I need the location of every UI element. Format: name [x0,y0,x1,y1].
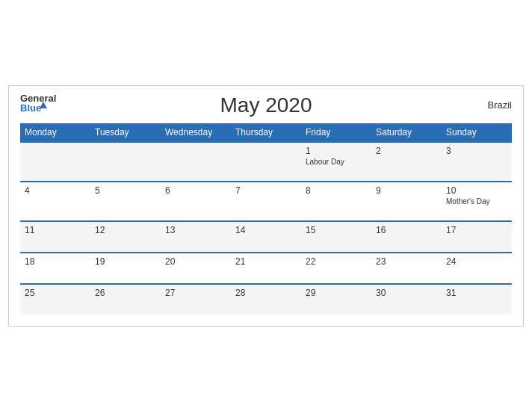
calendar-cell: 28 [231,284,301,315]
day-number: 13 [165,225,226,235]
weekday-header-saturday: Saturday [371,123,442,142]
weekday-header-thursday: Thursday [231,123,301,142]
day-number: 15 [306,225,367,235]
day-number: 17 [446,225,507,235]
day-number: 2 [376,146,437,156]
day-number: 11 [25,225,86,235]
day-number: 3 [446,146,507,156]
day-number: 8 [306,185,367,196]
week-row-4: 18192021222324 [20,253,512,284]
calendar-cell [161,142,231,182]
calendar-cell: 26 [90,284,161,315]
calendar-cell: 9 [371,182,442,221]
country-label: Brazil [487,99,512,111]
logo: General Blue [20,93,56,113]
day-number: 23 [376,256,437,267]
day-number: 27 [165,288,226,298]
calendar-cell: 4 [20,182,90,221]
calendar-cell [231,142,301,182]
calendar-container: General Blue May 2020 Brazil MondayTuesd… [8,85,524,327]
day-number: 16 [376,225,437,235]
calendar-cell: 20 [161,253,231,284]
calendar-cell: 17 [442,221,512,253]
day-number: 30 [376,288,437,298]
calendar-cell: 21 [231,253,301,284]
day-number: 18 [25,256,86,267]
weekday-header-monday: Monday [20,123,90,142]
day-number: 6 [165,185,226,196]
weekday-header-tuesday: Tuesday [90,123,161,142]
logo-blue-text: Blue [20,103,41,113]
calendar-cell: 5 [90,182,161,221]
day-number: 22 [306,256,367,267]
day-number: 25 [25,288,86,298]
calendar-cell: 16 [371,221,442,253]
calendar-header: General Blue May 2020 Brazil [20,93,512,117]
calendar-cell: 11 [20,221,90,253]
week-row-1: 1Labour Day23 [20,142,512,182]
logo-triangle-icon [40,102,47,108]
day-number: 9 [376,185,437,196]
calendar-cell [90,142,161,182]
calendar-cell: 22 [301,253,371,284]
calendar-grid: MondayTuesdayWednesdayThursdayFridaySatu… [20,123,512,315]
logo-general-text: General [20,93,56,103]
calendar-title: May 2020 [220,93,312,117]
day-number: 21 [235,256,297,267]
weekday-header-row: MondayTuesdayWednesdayThursdayFridaySatu… [20,123,512,142]
calendar-cell: 23 [371,253,442,284]
day-number: 31 [446,288,507,298]
day-event: Mother's Day [446,197,507,206]
calendar-thead: MondayTuesdayWednesdayThursdayFridaySatu… [20,123,512,142]
calendar-cell: 7 [231,182,301,221]
weekday-header-sunday: Sunday [442,123,512,142]
day-number: 24 [446,256,507,267]
day-number: 20 [165,256,226,267]
day-number: 4 [25,185,86,196]
day-number: 5 [95,185,156,196]
calendar-cell [20,142,90,182]
day-event: Labour Day [306,158,367,166]
calendar-cell: 31 [442,284,512,315]
calendar-cell: 12 [90,221,161,253]
calendar-cell: 3 [442,142,512,182]
calendar-cell: 25 [20,284,90,315]
weekday-header-friday: Friday [301,123,371,142]
calendar-cell: 1Labour Day [301,142,371,182]
day-number: 19 [95,256,156,267]
weekday-header-wednesday: Wednesday [161,123,231,142]
day-number: 26 [95,288,156,298]
calendar-cell: 13 [161,221,231,253]
day-number: 28 [235,288,297,298]
calendar-cell: 15 [301,221,371,253]
calendar-cell: 14 [231,221,301,253]
day-number: 29 [306,288,367,298]
week-row-2: 45678910Mother's Day [20,182,512,221]
day-number: 1 [306,146,367,156]
calendar-cell: 24 [442,253,512,284]
week-row-3: 11121314151617 [20,221,512,253]
day-number: 14 [235,225,297,235]
calendar-cell: 18 [20,253,90,284]
day-number: 12 [95,225,156,235]
calendar-cell: 10Mother's Day [442,182,512,221]
calendar-cell: 29 [301,284,371,315]
calendar-cell: 30 [371,284,442,315]
week-row-5: 25262728293031 [20,284,512,315]
day-number: 10 [446,185,507,196]
calendar-body: 1Labour Day2345678910Mother's Day1112131… [20,142,512,315]
calendar-cell: 6 [161,182,231,221]
calendar-cell: 27 [161,284,231,315]
calendar-cell: 2 [371,142,442,182]
calendar-cell: 19 [90,253,161,284]
calendar-cell: 8 [301,182,371,221]
day-number: 7 [235,185,297,196]
